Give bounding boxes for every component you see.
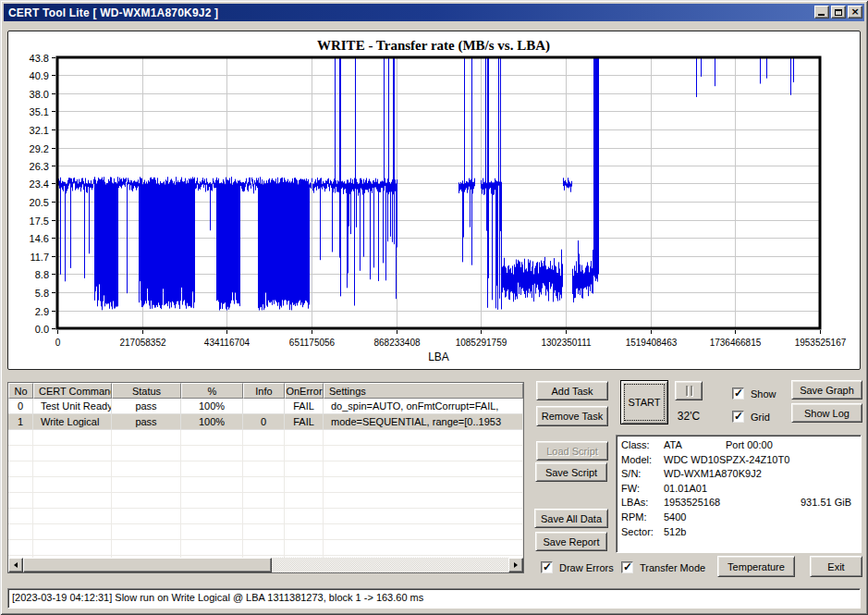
temperature-reading: 32'C bbox=[671, 410, 706, 423]
table-cell bbox=[181, 446, 243, 461]
drive-info-value: ATA bbox=[664, 439, 682, 450]
table-row[interactable]: 0Test Unit Readypass100%FAILdo_spin=AUTO… bbox=[8, 399, 523, 414]
table-cell bbox=[33, 461, 112, 477]
table-cell: 1 bbox=[8, 414, 33, 430]
drive-info-label: Model: bbox=[621, 454, 664, 465]
x-tick-label: 1302350111 bbox=[541, 338, 592, 348]
table-cell bbox=[243, 399, 285, 414]
table-row bbox=[8, 493, 523, 509]
minimize-button[interactable] bbox=[814, 6, 829, 18]
remove-task-button[interactable]: Remove Task bbox=[536, 406, 608, 426]
scrollbar-thumb[interactable] bbox=[23, 558, 272, 572]
drive-info-extra: Port 00:00 bbox=[726, 439, 773, 450]
table-cell: 100% bbox=[181, 399, 243, 414]
table-row bbox=[8, 524, 523, 540]
table-cell: FAIL bbox=[285, 399, 324, 414]
table-cell bbox=[243, 477, 285, 493]
column-header-onerror[interactable]: OnError bbox=[285, 383, 324, 399]
title-bar[interactable]: CERT Tool Lite [ WD-WXM1A870K9J2 ] × bbox=[4, 4, 864, 21]
load-script-button: Load Script bbox=[536, 441, 608, 461]
table-cell bbox=[33, 477, 112, 493]
table-cell: do_spin=AUTO, onFmtCorrupt=FAIL, bbox=[324, 399, 523, 414]
maximize-button[interactable] bbox=[831, 6, 846, 18]
scrollbar-track[interactable] bbox=[23, 558, 508, 572]
table-cell bbox=[243, 430, 285, 446]
draw-errors-checkbox[interactable] bbox=[541, 561, 553, 573]
table-cell: FAIL bbox=[285, 414, 324, 430]
table-cell bbox=[324, 509, 523, 524]
window-title: CERT Tool Lite [ WD-WXM1A870K9J2 ] bbox=[8, 6, 218, 19]
table-row bbox=[8, 540, 523, 556]
show-checkbox[interactable] bbox=[732, 387, 744, 400]
drive-info-value: 512b bbox=[664, 526, 686, 537]
table-cell bbox=[181, 477, 243, 493]
table-cell bbox=[324, 540, 523, 556]
pause-icon bbox=[686, 386, 692, 396]
pause-button[interactable] bbox=[675, 381, 703, 400]
temperature-button[interactable]: Temperature bbox=[717, 556, 795, 577]
table-cell bbox=[285, 493, 324, 509]
column-header-settings[interactable]: Settings bbox=[324, 383, 523, 399]
app-window: CERT Tool Lite [ WD-WXM1A870K9J2 ] × 0.0… bbox=[0, 0, 868, 615]
close-button[interactable]: × bbox=[848, 6, 862, 18]
status-text: [2023-03-19 04:12:31] Slow run on Write … bbox=[12, 592, 423, 603]
save-script-button[interactable]: Save Script bbox=[535, 462, 607, 482]
table-cell: Write Logical bbox=[33, 414, 112, 430]
drive-info-value: 5400 bbox=[664, 511, 686, 523]
table-cell bbox=[243, 540, 285, 556]
table-cell: pass bbox=[112, 399, 181, 414]
x-tick-label: 434116704 bbox=[204, 338, 251, 348]
table-cell bbox=[8, 461, 33, 477]
table-cell bbox=[285, 446, 324, 461]
table-cell bbox=[181, 461, 243, 477]
horizontal-scrollbar[interactable] bbox=[8, 558, 523, 572]
save-report-button[interactable]: Save Report bbox=[535, 532, 607, 551]
table-cell bbox=[8, 493, 33, 509]
title-bar-buttons: × bbox=[813, 6, 862, 18]
scroll-right-button[interactable] bbox=[508, 558, 523, 572]
show-log-button[interactable]: Show Log bbox=[791, 403, 862, 423]
y-tick-label: 17.5 bbox=[30, 215, 49, 227]
table-cell bbox=[243, 509, 285, 524]
table-cell bbox=[33, 524, 112, 540]
scroll-left-button[interactable] bbox=[8, 558, 23, 572]
table-row bbox=[8, 446, 523, 461]
table-cell: 100% bbox=[181, 414, 243, 430]
drive-info-panel: Class:ATAPort 00:00Model:WDC WD10SPZX-24… bbox=[616, 435, 862, 553]
table-cell bbox=[285, 430, 324, 446]
transfer-mode-checkbox[interactable] bbox=[621, 561, 633, 573]
table-row bbox=[8, 430, 523, 446]
column-header-status[interactable]: Status bbox=[112, 383, 181, 399]
table-cell bbox=[8, 446, 33, 461]
table-row bbox=[8, 509, 523, 524]
table-cell: 0 bbox=[8, 399, 33, 414]
grid-checkbox[interactable] bbox=[732, 411, 744, 423]
y-tick-label: 11.7 bbox=[30, 252, 49, 263]
column-header-info[interactable]: Info bbox=[243, 383, 285, 399]
table-cell bbox=[33, 509, 112, 524]
start-button[interactable]: START bbox=[620, 380, 668, 424]
save-all-data-button[interactable]: Save All Data bbox=[534, 509, 608, 528]
drive-info-label: Class: bbox=[621, 439, 664, 450]
column-header--[interactable]: % bbox=[181, 383, 243, 399]
table-cell: mode=SEQUENTIAL, range=[0..1953 bbox=[324, 414, 523, 430]
table-cell: pass bbox=[112, 414, 181, 430]
table-body: 0Test Unit Readypass100%FAILdo_spin=AUTO… bbox=[8, 399, 523, 560]
close-icon: × bbox=[850, 7, 859, 17]
table-cell bbox=[112, 430, 181, 446]
drive-info-label: LBAs: bbox=[621, 497, 664, 508]
table-cell bbox=[181, 509, 243, 524]
maximize-icon bbox=[835, 9, 842, 16]
table-cell bbox=[324, 430, 523, 446]
drive-info-value: 01.01A01 bbox=[664, 483, 707, 494]
arrow-left-icon bbox=[11, 562, 18, 568]
grid-checkbox-label: Grid bbox=[751, 411, 770, 424]
column-header-cert-command[interactable]: CERT Command bbox=[33, 383, 112, 399]
table-row[interactable]: 1Write Logicalpass100%0FAILmode=SEQUENTI… bbox=[8, 414, 523, 430]
column-header-no[interactable]: No bbox=[8, 383, 33, 399]
exit-button[interactable]: Exit bbox=[810, 556, 862, 577]
save-graph-button[interactable]: Save Graph bbox=[791, 380, 862, 400]
y-tick-label: 23.4 bbox=[30, 178, 49, 190]
y-tick-label: 38.0 bbox=[30, 89, 49, 100]
add-task-button[interactable]: Add Task bbox=[536, 381, 608, 400]
